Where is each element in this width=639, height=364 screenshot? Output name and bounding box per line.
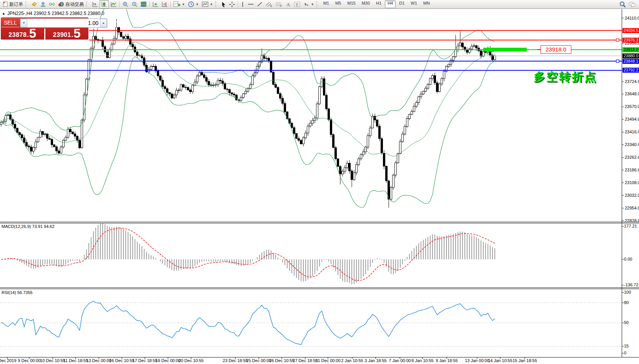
timeframe-button-m5[interactable]: M5 (333, 0, 344, 8)
text-label-icon: T (294, 2, 300, 7)
macd-label: MACD(12,26,9) 73.91 94.62 (2, 224, 55, 229)
rsi-scale-label: 0 (624, 351, 626, 355)
toolbar-grip (215, 1, 219, 7)
templates-button[interactable]: ▼ (200, 0, 215, 8)
equidistant-channel-button[interactable]: E (264, 0, 274, 8)
fibonacci-button[interactable]: F (274, 0, 284, 8)
price-level-badge: 23848.1 (622, 59, 639, 64)
line-chart-button[interactable] (109, 0, 118, 8)
price-tick-label: 23648.0 (625, 91, 639, 96)
price-tick-label: 22954.0 (625, 206, 639, 210)
price-tick-label: 23032.0 (625, 193, 639, 198)
zoom-in-button[interactable] (121, 0, 130, 8)
auto-scroll-button[interactable] (151, 0, 160, 8)
time-axis-label: 16 Dec 10:55 (109, 358, 134, 363)
text-button[interactable]: A (284, 0, 292, 8)
timeframe-button-h1[interactable]: H1 (373, 0, 384, 8)
macd-scale-label: 177.21 (624, 224, 637, 228)
price-tick-label: 23570.0 (625, 104, 639, 109)
rsi-scale-label: 80 (624, 300, 629, 305)
time-axis-label: 11 Dec 18:55 (63, 358, 88, 363)
price-callout[interactable]: 23918.0 (541, 45, 571, 54)
price-tick-label: 23494.0 (625, 117, 639, 121)
cursor-button[interactable] (220, 0, 228, 8)
sell-price[interactable]: 23878.5 (1, 28, 45, 40)
candlestick-icon (101, 2, 107, 7)
periods-button[interactable]: ▼ (186, 0, 200, 8)
text-label-button[interactable]: T (292, 0, 302, 8)
chart-shift-button[interactable] (160, 0, 169, 8)
time-axis-label: 25 Dec 00:00 (246, 358, 271, 363)
buy-price-frac: 5 (73, 28, 80, 38)
horizontal-line-button[interactable] (246, 0, 255, 8)
time-axis-label: 26 Dec 10:55 (269, 358, 294, 363)
svg-text:T: T (296, 2, 298, 7)
zoom-out-icon (131, 2, 138, 7)
timeframe-button-w1[interactable]: W1 (408, 0, 420, 8)
symbol-info-line: ▲ JPN225-,H4 23902.5 23942.5 23862.5 238… (2, 11, 104, 16)
tile-windows-button[interactable] (139, 0, 148, 8)
zoom-out-button[interactable] (130, 0, 139, 8)
volume-decrease-button[interactable]: ▼ (20, 19, 27, 27)
candlestick-chart-button[interactable] (100, 0, 109, 8)
rsi-scale-label: 100 (624, 290, 631, 294)
main-toolbar: 新订单 自动交易 ▼ ▼ ▼ E F A T ▼ M1M5M15M30H1H4D… (0, 0, 639, 9)
bar-chart-button[interactable] (90, 0, 100, 8)
buy-button[interactable]: BUY (108, 19, 119, 27)
price-tick-label: 23186.0 (625, 168, 639, 172)
dropdown-caret-icon: ▼ (210, 3, 213, 6)
price-tick-label: 23108.0 (625, 180, 639, 185)
signals-button[interactable] (48, 0, 57, 8)
time-axis-label: 27 Dec 18:55 (293, 358, 318, 363)
timeframe-button-m15[interactable]: M15 (344, 0, 358, 8)
rsi-label: RSI(14) 56.7355 (2, 290, 33, 295)
timeframe-button-d1[interactable]: D1 (396, 0, 407, 8)
price-level-badge: 23918.0 (622, 47, 639, 52)
text-icon: A (286, 2, 291, 7)
indicators-button[interactable]: ▼ (172, 0, 186, 8)
buy-price[interactable]: 23901.5 (45, 28, 89, 40)
chat-icon[interactable] (628, 2, 636, 7)
horizontal-line-icon (248, 2, 254, 7)
sell-price-dot: . (27, 32, 28, 38)
search-icon[interactable] (619, 1, 626, 8)
trendline-button[interactable] (255, 0, 264, 8)
price-tick-label: 23262.0 (625, 155, 639, 160)
svg-text:A: A (286, 2, 290, 7)
cursor-icon (221, 2, 226, 7)
timeframe-button-h4[interactable]: H4 (385, 0, 396, 8)
toolbar-separator (149, 1, 150, 7)
vertical-line-button[interactable] (239, 0, 246, 8)
tile-windows-icon (141, 2, 146, 7)
time-axis-label: 15 Jan 18:55 (513, 358, 537, 363)
time-axis-label: 23 Dec 18:55 (223, 358, 248, 363)
trade-panel-price-row: 23878.5 23901.5 (1, 28, 88, 40)
autotrading-button[interactable]: 自动交易 (57, 0, 85, 8)
market-watch-button[interactable] (30, 0, 39, 8)
volume-input[interactable] (27, 19, 100, 27)
sell-button[interactable]: SELL (2, 19, 19, 27)
rsi-scale-label: 15 (624, 344, 629, 348)
symbol-ohlc-text: JPN225-,H4 23902.5 23942.5 23862.5 23880… (7, 11, 104, 16)
chart-shift-icon (161, 2, 168, 7)
toolbar-separator (238, 1, 238, 7)
toolbar-separator (119, 1, 120, 7)
buy-price-main: 23901 (53, 32, 71, 38)
time-axis-label: 3 Jan 18:55 (364, 358, 387, 363)
new-order-icon (3, 2, 8, 7)
timeframe-button-mn[interactable]: MN (421, 0, 433, 8)
dropdown-caret-icon: ▼ (311, 3, 314, 6)
price-level-badge: 23976.3 (622, 38, 639, 43)
volume-increase-button[interactable]: ▲ (100, 19, 107, 27)
timeframe-button-m1[interactable]: M1 (321, 0, 332, 8)
symbol-dropdown-arrow-icon[interactable]: ▲ (2, 12, 5, 15)
toolbar-separator (170, 1, 171, 7)
arrows-button[interactable]: ▼ (302, 0, 316, 8)
macd-scale-label: 0.00 (624, 257, 632, 261)
community-button[interactable] (39, 0, 48, 8)
crosshair-button[interactable] (228, 0, 236, 8)
toolbar-grip (25, 1, 29, 7)
new-order-button[interactable]: 新订单 (2, 0, 25, 8)
time-axis-label: 7 Jan 00:00 (389, 358, 411, 363)
timeframe-button-m30[interactable]: M30 (359, 0, 373, 8)
